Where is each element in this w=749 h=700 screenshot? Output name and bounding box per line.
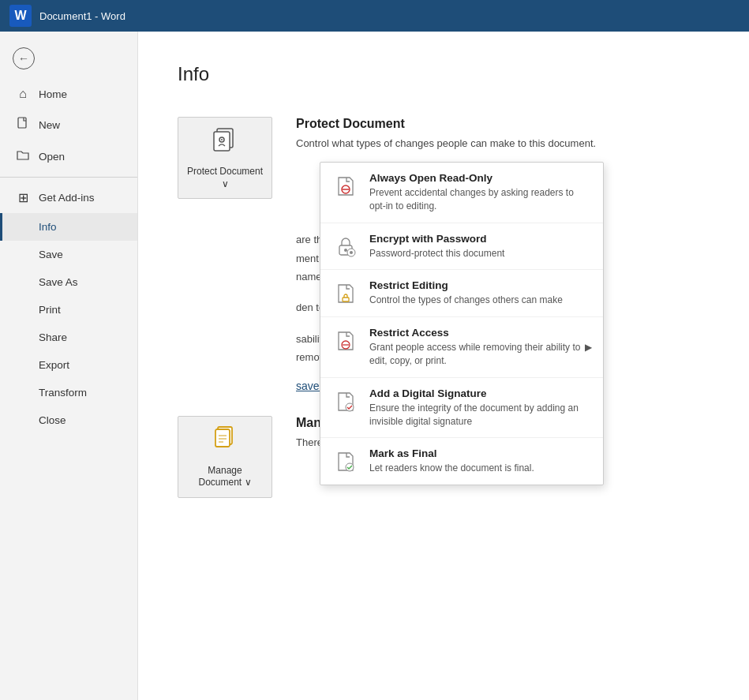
app-logo: W: [9, 5, 32, 27]
sidebar-label-export: Export: [39, 359, 69, 371]
manage-document-button-label: Manage Document ∨: [186, 465, 264, 489]
sidebar-label-share: Share: [39, 331, 67, 343]
sidebar-label-home: Home: [39, 88, 67, 100]
title-bar: W Document1 - Word: [0, 0, 749, 32]
app-title: Document1 - Word: [39, 10, 125, 22]
svg-rect-0: [18, 118, 26, 128]
svg-point-10: [344, 249, 347, 252]
sidebar-item-addins[interactable]: ⊞ Get Add-ins: [0, 182, 137, 213]
sidebar-label-transform: Transform: [39, 387, 87, 399]
sidebar-item-export[interactable]: Export: [0, 351, 137, 379]
dropdown-item-restrict-editing[interactable]: Restrict Editing Control the types of ch…: [320, 270, 603, 317]
svg-rect-2: [214, 132, 230, 151]
encrypt-text: Encrypt with Password Password-protect t…: [369, 233, 504, 260]
sidebar-label-addins: Get Add-ins: [39, 192, 95, 204]
sidebar-label-save: Save: [39, 249, 63, 260]
protect-document-icon: [211, 125, 239, 159]
restrict-access-text: Restrict Access Grant people access whil…: [369, 327, 590, 368]
read-only-text: Always Open Read-Only Prevent accidental…: [369, 172, 590, 213]
digital-signature-text: Add a Digital Signature Ensure the integ…: [369, 387, 590, 429]
sidebar: ← ⌂ Home New Open ⊞ Get Add-ins Info: [0, 32, 138, 700]
sidebar-label-info: Info: [39, 221, 57, 233]
restrict-access-icon: [333, 328, 358, 354]
sidebar-label-save-as: Save As: [39, 276, 78, 288]
protect-document-heading: Protect Document: [296, 117, 596, 131]
addins-icon: ⊞: [15, 190, 31, 205]
manage-document-button[interactable]: Manage Document ∨: [178, 416, 272, 498]
dropdown-item-restrict-access[interactable]: Restrict Access Grant people access whil…: [320, 317, 603, 378]
dropdown-item-read-only[interactable]: Always Open Read-Only Prevent accidental…: [320, 163, 603, 223]
manage-document-icon: [211, 425, 239, 459]
sidebar-item-home[interactable]: ⌂ Home: [0, 79, 137, 109]
restrict-editing-icon: [333, 281, 358, 306]
read-only-icon: [333, 174, 358, 199]
sidebar-label-print: Print: [39, 304, 61, 316]
home-icon: ⌂: [15, 87, 31, 101]
sidebar-item-save-as[interactable]: Save As: [0, 268, 137, 296]
encrypt-icon: [333, 234, 358, 260]
sidebar-label-open: Open: [39, 151, 65, 163]
sidebar-item-save[interactable]: Save: [0, 241, 137, 268]
dropdown-item-mark-final[interactable]: Mark as Final Let readers know the docum…: [320, 438, 603, 485]
svg-point-16: [346, 403, 354, 411]
protect-document-button-label: Protect Document ∨: [186, 166, 264, 190]
svg-rect-13: [343, 298, 349, 301]
sidebar-divider-1: [0, 177, 137, 178]
sidebar-item-new[interactable]: New: [0, 109, 137, 140]
restrict-access-arrow: ▶: [585, 342, 592, 353]
dropdown-item-encrypt[interactable]: Encrypt with Password Password-protect t…: [320, 223, 603, 271]
digital-signature-icon: [333, 389, 358, 414]
protect-document-description: Control what types of changes people can…: [296, 136, 596, 152]
protect-document-info: Protect Document Control what types of c…: [296, 117, 596, 152]
open-icon: [15, 148, 31, 164]
new-icon: [15, 117, 31, 133]
app-body: ← ⌂ Home New Open ⊞ Get Add-ins Info: [0, 32, 749, 700]
dropdown-item-digital-signature[interactable]: Add a Digital Signature Ensure the integ…: [320, 378, 603, 439]
back-icon: ←: [13, 47, 35, 69]
sidebar-item-open[interactable]: Open: [0, 140, 137, 172]
sidebar-label-new: New: [39, 119, 60, 131]
mark-final-icon: [333, 449, 358, 474]
sidebar-item-share[interactable]: Share: [0, 324, 137, 351]
sidebar-item-print[interactable]: Print: [0, 296, 137, 324]
protect-document-dropdown: Always Open Read-Only Prevent accidental…: [320, 162, 604, 485]
sidebar-label-close: Close: [39, 414, 66, 426]
svg-point-12: [350, 251, 353, 254]
back-button[interactable]: ←: [0, 38, 137, 79]
sidebar-item-info[interactable]: Info: [0, 213, 137, 241]
svg-rect-6: [215, 429, 230, 447]
sidebar-item-transform[interactable]: Transform: [0, 379, 137, 406]
main-content: Info Protect Document ∨ Protect Document: [138, 32, 749, 700]
restrict-editing-text: Restrict Editing Control the types of ch…: [369, 279, 563, 307]
protect-document-button[interactable]: Protect Document ∨: [178, 117, 272, 199]
mark-final-text: Mark as Final Let readers know the docum…: [369, 447, 534, 475]
svg-point-4: [221, 139, 223, 140]
sidebar-item-close[interactable]: Close: [0, 406, 137, 434]
page-title: Info: [178, 63, 710, 85]
